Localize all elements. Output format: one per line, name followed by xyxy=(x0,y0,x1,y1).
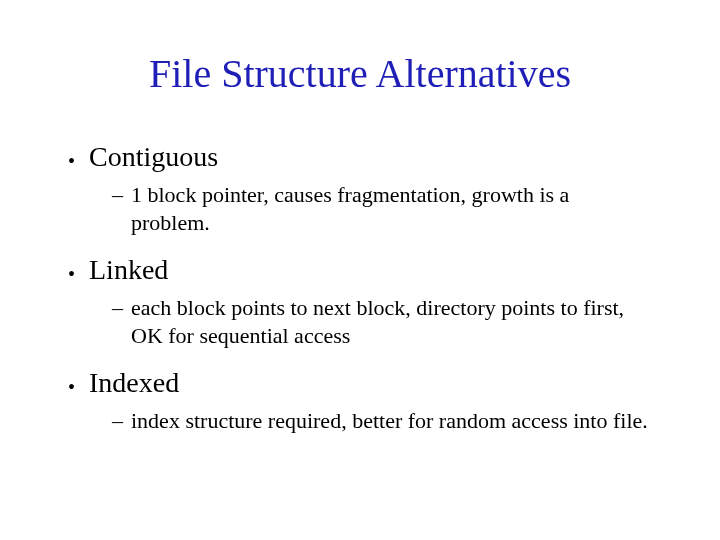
slide-title: File Structure Alternatives xyxy=(60,50,660,97)
list-item: • Indexed – index structure required, be… xyxy=(68,367,660,435)
bullet-label: Contiguous xyxy=(89,141,218,173)
bullet-icon: • xyxy=(68,151,75,171)
dash-icon: – xyxy=(112,407,123,435)
list-item: • Linked – each block points to next blo… xyxy=(68,254,660,349)
bullet-list: • Contiguous – 1 block pointer, causes f… xyxy=(60,141,660,435)
list-item: • Contiguous – 1 block pointer, causes f… xyxy=(68,141,660,236)
sub-text: index structure required, better for ran… xyxy=(131,407,648,435)
bullet-label: Indexed xyxy=(89,367,179,399)
sub-list: – 1 block pointer, causes fragmentation,… xyxy=(68,181,660,236)
bullet-row: • Contiguous xyxy=(68,141,660,173)
dash-icon: – xyxy=(112,294,123,322)
sub-text: 1 block pointer, causes fragmentation, g… xyxy=(131,181,651,236)
bullet-icon: • xyxy=(68,377,75,397)
sub-list: – each block points to next block, direc… xyxy=(68,294,660,349)
bullet-row: • Linked xyxy=(68,254,660,286)
sub-text: each block points to next block, directo… xyxy=(131,294,651,349)
bullet-icon: • xyxy=(68,264,75,284)
bullet-row: • Indexed xyxy=(68,367,660,399)
bullet-label: Linked xyxy=(89,254,168,286)
sub-item: – index structure required, better for r… xyxy=(112,407,660,435)
sub-list: – index structure required, better for r… xyxy=(68,407,660,435)
sub-item: – 1 block pointer, causes fragmentation,… xyxy=(112,181,660,236)
dash-icon: – xyxy=(112,181,123,209)
sub-item: – each block points to next block, direc… xyxy=(112,294,660,349)
